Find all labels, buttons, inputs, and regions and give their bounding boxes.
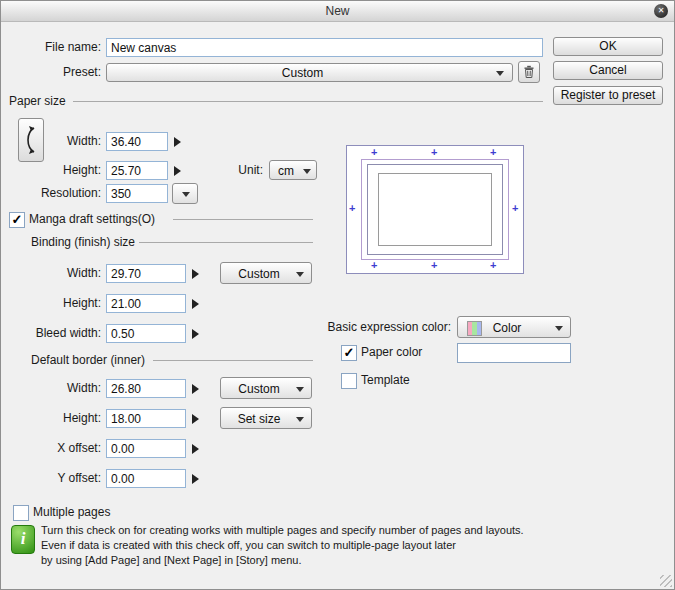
preview-inner-rect: [378, 173, 492, 246]
crop-mark: +: [371, 147, 377, 157]
expression-color-value: Color: [458, 317, 556, 337]
y-offset-label: Y offset:: [6, 469, 101, 488]
section-divider: [73, 101, 543, 102]
y-offset-stepper[interactable]: [192, 474, 199, 484]
paper-color-label: Paper color: [361, 343, 422, 362]
section-divider: [173, 219, 313, 220]
preset-dropdown[interactable]: Custom: [106, 63, 513, 82]
check-icon: ✓: [12, 212, 23, 227]
expression-color-label: Basic expression color:: [301, 318, 451, 337]
preset-label: Preset:: [6, 63, 101, 82]
cancel-button[interactable]: Cancel: [553, 61, 663, 80]
manga-draft-label: Manga draft settings(O): [29, 210, 155, 229]
section-divider: [153, 360, 313, 361]
border-height-label: Height:: [6, 409, 101, 428]
paper-width-stepper[interactable]: [174, 137, 181, 147]
border-height-input[interactable]: [106, 409, 186, 428]
info-text-line: Turn this check on for creating works wi…: [41, 524, 524, 536]
crop-mark: +: [490, 260, 496, 270]
chevron-down-icon: [182, 192, 190, 197]
border-width-label: Width:: [6, 379, 101, 398]
unit-dropdown[interactable]: cm: [269, 160, 317, 180]
border-preset-value: Custom: [221, 378, 297, 398]
template-label: Template: [361, 371, 410, 390]
binding-height-input[interactable]: [106, 294, 186, 313]
binding-preset-dropdown[interactable]: Custom: [220, 262, 312, 284]
set-size-dropdown[interactable]: Set size: [220, 407, 312, 429]
chevron-down-icon: [555, 326, 563, 331]
chevron-down-icon: [296, 272, 304, 277]
unit-value: cm: [270, 161, 302, 179]
multiple-pages-checkbox[interactable]: [13, 505, 29, 521]
binding-height-label: Height:: [6, 294, 101, 313]
x-offset-label: X offset:: [6, 439, 101, 458]
chevron-down-icon: [296, 387, 304, 392]
paper-height-stepper[interactable]: [174, 166, 181, 176]
paper-height-input[interactable]: [106, 161, 168, 180]
paper-height-label: Height:: [6, 161, 101, 180]
border-width-stepper[interactable]: [192, 384, 199, 394]
dialog-title: New: [325, 4, 349, 18]
binding-height-stepper[interactable]: [192, 299, 199, 309]
resolution-dropdown[interactable]: [172, 183, 198, 204]
set-size-value: Set size: [221, 408, 297, 428]
preset-value: Custom: [107, 64, 498, 81]
info-icon: i: [11, 525, 35, 554]
border-width-input[interactable]: [106, 379, 186, 398]
paper-color-checkbox[interactable]: ✓: [341, 345, 357, 361]
ok-button[interactable]: OK: [553, 37, 663, 56]
chevron-down-icon: [496, 71, 504, 76]
paper-width-input[interactable]: [106, 132, 168, 151]
resolution-label: Resolution:: [6, 184, 101, 203]
file-name-input[interactable]: [106, 38, 543, 57]
chevron-down-icon: [296, 417, 304, 422]
unit-label: Unit:: [229, 161, 263, 180]
crop-mark: +: [431, 147, 437, 157]
x-offset-input[interactable]: [106, 439, 186, 458]
paper-size-section-title: Paper size: [9, 94, 66, 108]
resize-grip[interactable]: [660, 575, 672, 587]
border-preset-dropdown[interactable]: Custom: [220, 377, 312, 399]
binding-width-input[interactable]: [106, 264, 186, 283]
template-checkbox[interactable]: [341, 373, 357, 389]
y-offset-input[interactable]: [106, 469, 186, 488]
border-height-stepper[interactable]: [192, 414, 199, 424]
crop-mark: +: [371, 260, 377, 270]
register-to-preset-button[interactable]: Register to preset: [553, 86, 663, 105]
crop-mark: +: [349, 203, 355, 213]
new-canvas-dialog: New ✕ File name: OK Cancel Register to p…: [0, 0, 675, 590]
titlebar[interactable]: New ✕: [1, 1, 674, 22]
close-icon[interactable]: ✕: [654, 4, 668, 18]
expression-color-dropdown[interactable]: Color: [457, 316, 571, 338]
chevron-down-icon: [303, 169, 311, 174]
binding-width-label: Width:: [6, 264, 101, 283]
binding-preset-value: Custom: [221, 263, 297, 283]
bleed-width-label: Bleed width:: [6, 324, 101, 343]
paper-color-swatch[interactable]: [457, 343, 571, 363]
crop-mark: +: [431, 260, 437, 270]
border-section-title: Default border (inner): [31, 353, 145, 367]
paper-width-label: Width:: [6, 132, 101, 151]
crop-mark: +: [512, 203, 518, 213]
resolution-input[interactable]: [106, 184, 168, 203]
manga-draft-checkbox[interactable]: ✓: [9, 212, 25, 228]
file-name-label: File name:: [6, 38, 101, 57]
check-icon: ✓: [344, 345, 355, 360]
trash-icon: [523, 65, 535, 78]
bleed-width-input[interactable]: [106, 324, 186, 343]
binding-section-title: Binding (finish) size: [31, 235, 135, 249]
delete-preset-button[interactable]: [518, 61, 540, 83]
canvas-preview: + + + + + + + +: [346, 145, 524, 274]
section-divider: [139, 242, 313, 243]
info-text-line: by using [Add Page] and [Next Page] in […: [41, 554, 302, 566]
info-text-line: Even if data is created with this check …: [41, 539, 456, 551]
binding-width-stepper[interactable]: [192, 269, 199, 279]
crop-mark: +: [490, 147, 496, 157]
bleed-width-stepper[interactable]: [192, 329, 199, 339]
multiple-pages-label: Multiple pages: [33, 503, 110, 522]
x-offset-stepper[interactable]: [192, 444, 199, 454]
